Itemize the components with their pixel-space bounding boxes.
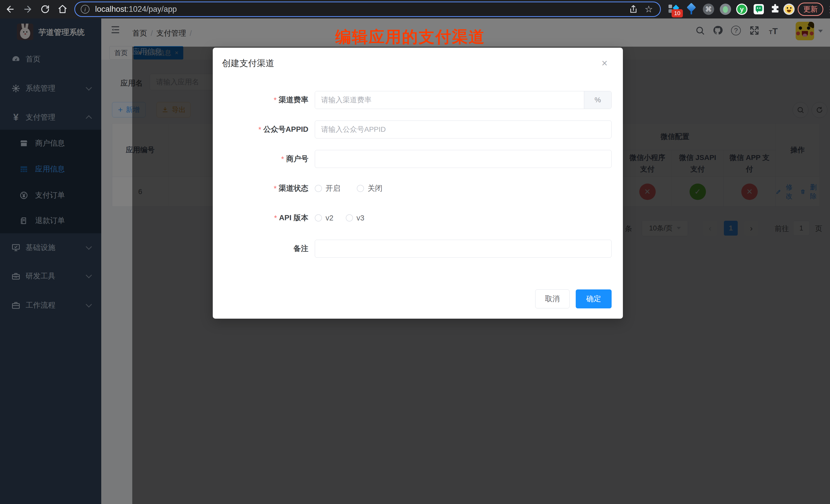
share-icon[interactable]: [629, 5, 638, 14]
remark-input[interactable]: [315, 240, 612, 258]
appid-label: * 公众号APPID: [213, 121, 308, 138]
bookmark-star-icon[interactable]: ☆: [645, 5, 653, 14]
browser-forward-icon[interactable]: [23, 4, 33, 14]
radio-circle-icon: [315, 185, 322, 192]
required-icon: *: [258, 125, 261, 134]
browser-update-button[interactable]: 更新: [798, 3, 823, 16]
create-pay-channel-dialog: 创建支付渠道 × * 渠道费率 % * 公众号APPID: [213, 48, 623, 319]
extensions-puzzle-icon[interactable]: [769, 4, 781, 15]
url-path: :1024/pay/app: [126, 5, 177, 13]
appid-input[interactable]: [315, 121, 612, 138]
extension-badge: 10: [672, 9, 683, 18]
address-bar[interactable]: i localhost:1024/pay/app ☆: [74, 2, 661, 17]
dialog-title: 创建支付渠道: [222, 57, 274, 69]
browser-menu-icon[interactable]: ⋮: [826, 3, 830, 15]
dialog-close-icon[interactable]: ×: [602, 58, 607, 68]
radio-status-open[interactable]: 开启: [315, 183, 341, 194]
form-row-api: * API 版本 v2 v3: [213, 210, 623, 226]
required-icon: *: [274, 96, 277, 104]
required-icon: *: [281, 155, 284, 163]
required-icon: *: [274, 184, 277, 193]
api-label: * API 版本: [213, 210, 308, 226]
extension-icon-5[interactable]: y: [736, 4, 747, 15]
form-row-appid: * 公众号APPID: [213, 121, 623, 138]
url-text: localhost:1024/pay/app: [95, 5, 177, 14]
browser-chrome: i localhost:1024/pay/app ☆ 10 ⌘: [0, 0, 830, 19]
radio-status-close[interactable]: 关闭: [357, 183, 382, 194]
annotation-text: 编辑应用的支付渠道: [335, 26, 485, 48]
form-row-remark: 备注: [213, 240, 623, 258]
screen: i localhost:1024/pay/app ☆ 10 ⌘: [0, 0, 830, 504]
radio-circle-icon: [357, 185, 364, 192]
form-row-status: * 渠道状态 开启 关闭: [213, 181, 623, 196]
radio-circle-icon: [346, 214, 353, 221]
fee-suffix: %: [584, 91, 611, 109]
form-row-fee: * 渠道费率 %: [213, 91, 623, 109]
browser-back-icon[interactable]: [5, 4, 15, 14]
extension-icon-1[interactable]: 10: [668, 4, 679, 15]
status-label: * 渠道状态: [213, 181, 308, 196]
cancel-button[interactable]: 取消: [535, 289, 570, 308]
url-host: localhost: [95, 5, 126, 13]
fee-input[interactable]: [315, 91, 584, 109]
merchant-label: * 商户号: [213, 150, 308, 168]
extension-icon-2[interactable]: [686, 4, 697, 15]
confirm-button[interactable]: 确定: [576, 289, 612, 308]
extension-icon-4[interactable]: [720, 4, 731, 15]
required-icon: *: [274, 214, 277, 222]
form-row-merchant: * 商户号: [213, 150, 623, 168]
remark-label: 备注: [213, 240, 308, 258]
browser-home-icon[interactable]: [57, 4, 68, 14]
fee-input-group: %: [315, 91, 612, 109]
extension-icon-3[interactable]: ⌘: [703, 4, 714, 15]
profile-avatar-icon[interactable]: [784, 4, 795, 15]
browser-reload-icon[interactable]: [40, 4, 50, 14]
site-info-icon[interactable]: i: [81, 5, 90, 13]
extension-icon-6[interactable]: [753, 4, 764, 15]
radio-api-v3[interactable]: v3: [346, 214, 364, 222]
radio-api-v2[interactable]: v2: [315, 214, 333, 222]
merchant-input[interactable]: [315, 150, 612, 168]
radio-circle-icon: [315, 214, 322, 221]
fee-label: * 渠道费率: [213, 91, 308, 109]
